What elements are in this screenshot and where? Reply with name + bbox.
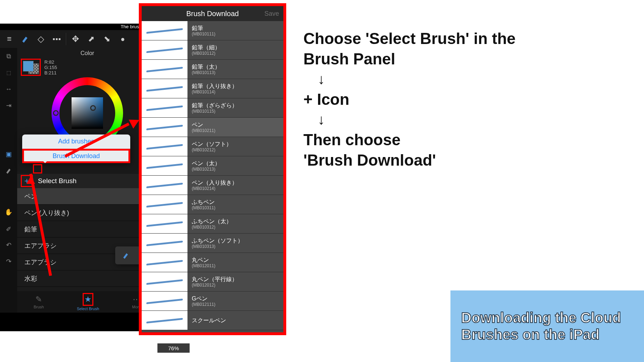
download-list-item[interactable]: ペン（入り抜き）(MB010214) [142, 176, 283, 195]
rgb-readout: R:82 G:155 B:211 [44, 59, 57, 75]
ruler-tool[interactable] [0, 81, 17, 97]
download-brush-id: (MB010213) [192, 167, 220, 172]
download-brush-name: ふちペン [192, 199, 215, 205]
selection-tool-button[interactable] [49, 31, 64, 47]
brush-tool-button[interactable] [17, 31, 33, 47]
brush-preview [142, 21, 187, 40]
download-brush-name: 鉛筆（ざらざら） [192, 102, 238, 109]
transform2-button[interactable] [99, 31, 115, 47]
download-list-item[interactable]: 鉛筆（太）(MB010113) [142, 60, 283, 79]
shape-tool-button[interactable] [115, 31, 131, 47]
download-brush-id: (MB010114) [192, 89, 238, 94]
brush-side-tool[interactable] [0, 162, 17, 179]
brush-preview [142, 118, 187, 137]
brush-preview [142, 234, 187, 253]
download-list-item[interactable]: 鉛筆（ざらざら）(MB010115) [142, 98, 283, 118]
brush-preview [142, 79, 187, 98]
select-brush-title: Select Brush [38, 177, 77, 185]
download-list-item[interactable]: ふちペン(MB010311) [142, 195, 283, 214]
download-brush-name: 丸ペン [192, 257, 215, 263]
download-brush-id: (MB010113) [192, 70, 220, 75]
brush-list[interactable]: ペン15ペン (入り抜き)15鉛筆10エアブラシ100エアブラシ100水彩80 [17, 188, 157, 291]
download-list-item[interactable]: 丸ペン（平行線）(MB012012) [142, 272, 283, 292]
brush-name: 水彩 [24, 274, 37, 283]
download-brush-id: (MB010313) [192, 244, 243, 249]
download-list-item[interactable]: Gペン(MB012111) [142, 292, 283, 311]
hand-tool[interactable] [0, 204, 17, 220]
toolbar-divider [66, 33, 66, 45]
brush-icon[interactable] [122, 252, 130, 259]
tab-select-label: Select Brush [77, 307, 99, 311]
instr-line1: Choose 'Select Brush' in the [303, 29, 516, 48]
download-brush-name: 丸ペン（平行線） [192, 276, 238, 283]
dots-icon [53, 38, 60, 40]
download-brush-name: スクールペン [192, 317, 226, 324]
brush-preview [142, 272, 187, 291]
download-brush-name: 鉛筆（太） [192, 64, 220, 70]
brush-preview [142, 176, 187, 195]
brush-preview [142, 98, 187, 117]
download-brush-id: (MB012011) [192, 263, 215, 268]
download-brush-id: (MB010211) [192, 128, 215, 133]
download-brush-id: (MB012111) [192, 302, 215, 307]
hue-knob[interactable] [53, 110, 59, 116]
copy-tool[interactable] [0, 48, 17, 64]
download-brush-id: (MB012012) [192, 283, 238, 288]
instr-line3: + Icon [303, 89, 516, 109]
download-list-item[interactable]: ふちペン（太）(MB010312) [142, 214, 283, 234]
download-list-item[interactable]: ペン（太）(MB010213) [142, 156, 283, 176]
connector-arrow-head [26, 172, 35, 184]
eyedropper-tool[interactable] [0, 220, 17, 237]
brush-name: ペン (入り抜き) [24, 209, 69, 217]
download-list-item[interactable]: 丸ペン(MB012011) [142, 253, 283, 272]
brush-icon [21, 35, 29, 43]
brush-selector-header: + Select Brush ↑↓ [17, 174, 157, 188]
brush-icon [5, 167, 12, 174]
download-brush-name: ふちペン（ソフト） [192, 238, 243, 244]
download-brush-id: (MB010312) [192, 225, 232, 230]
brush-icon: ✎ [35, 295, 42, 304]
tab-select-brush[interactable]: ★ Select Brush [77, 293, 99, 311]
download-list-item[interactable]: 鉛筆（入り抜き）(MB010114) [142, 79, 283, 98]
download-list-item[interactable]: スクールペン [142, 311, 283, 330]
save-button[interactable]: Save [264, 10, 279, 18]
move-tool-button[interactable] [68, 31, 83, 47]
undo-button[interactable] [0, 237, 17, 253]
snap-tool[interactable] [0, 97, 17, 114]
download-list-item[interactable]: ペン(MB010211) [142, 118, 283, 137]
menu-button[interactable] [1, 31, 17, 47]
instr-line4: Then choose [303, 130, 516, 150]
fill-tool[interactable] [0, 146, 17, 162]
download-list-item[interactable]: 鉛筆(MB010111) [142, 21, 283, 40]
tab-brush[interactable]: ✎ Brush [34, 295, 44, 309]
star-icon: ★ [84, 295, 92, 304]
callout-arrow [65, 117, 142, 160]
download-brush-name: 鉛筆（入り抜き） [192, 83, 238, 89]
download-list-item[interactable]: ペン（ソフト）(MB010212) [142, 137, 283, 156]
brush-list-item[interactable]: 鉛筆10 [17, 221, 157, 238]
download-brush-name: 鉛筆 [192, 25, 215, 31]
brush-list-item[interactable]: ペン15 [17, 188, 157, 205]
zoom-indicator: 76% [157, 343, 190, 353]
eraser-tool-button[interactable] [33, 31, 49, 47]
color-swatch[interactable] [21, 59, 41, 76]
app-titlebar: The brush tool al [0, 24, 157, 30]
sv-knob[interactable] [90, 105, 96, 111]
down-arrow-icon: ↓ [318, 111, 516, 128]
color-panel-title: Color [21, 50, 154, 57]
marquee-tool[interactable] [0, 64, 17, 81]
brush-list-item[interactable]: 水彩80 [17, 270, 157, 287]
transform1-button[interactable] [83, 31, 99, 47]
instr-line5: 'Brush Download' [303, 150, 516, 170]
download-brush-id: (MB010112) [192, 51, 220, 56]
download-list-item[interactable]: 鉛筆（細）(MB010112) [142, 40, 283, 60]
download-list-item[interactable]: ふちペン（ソフト）(MB010313) [142, 234, 283, 253]
fg-swatch[interactable] [23, 61, 34, 72]
download-brush-list[interactable]: 鉛筆(MB010111)鉛筆（細）(MB010112)鉛筆（太）(MB01011… [142, 21, 283, 332]
download-brush-name: Gペン [192, 295, 215, 302]
brush-preview [142, 253, 187, 272]
redo-button[interactable] [0, 253, 17, 270]
download-title: Brush Download [186, 10, 239, 18]
brush-name: エアブラシ [24, 241, 57, 250]
download-brush-name: ペン [192, 122, 215, 128]
